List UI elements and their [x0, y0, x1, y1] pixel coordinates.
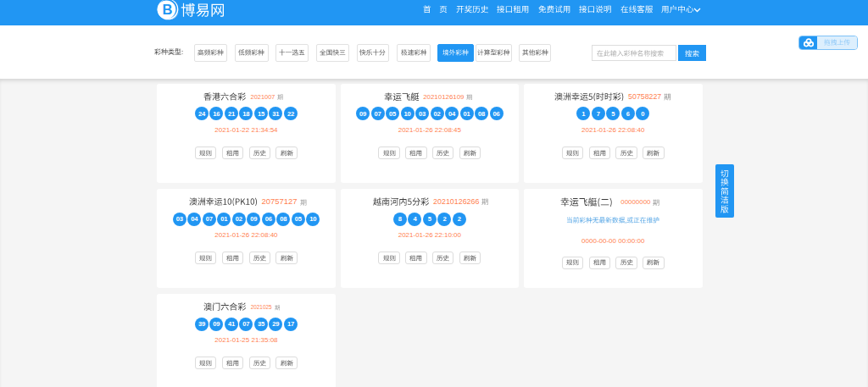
svg-text:B: B	[162, 2, 172, 17]
